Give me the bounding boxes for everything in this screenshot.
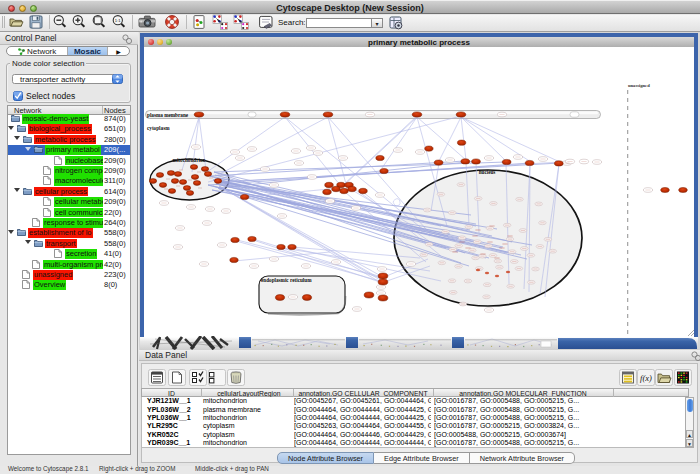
svg-text:f(x): f(x) — [640, 373, 652, 383]
